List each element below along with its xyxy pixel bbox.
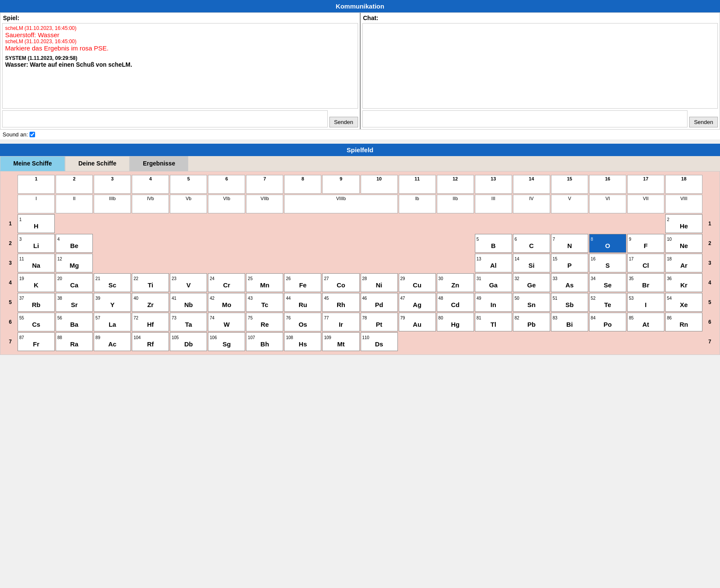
- element-Sb[interactable]: 51Sb: [551, 293, 588, 312]
- group-VIII: VIII: [665, 195, 702, 213]
- element-Cu[interactable]: 29Cu: [399, 273, 436, 292]
- element-Zn[interactable]: 30Zn: [437, 273, 474, 292]
- element-W[interactable]: 74W: [208, 313, 245, 331]
- element-I[interactable]: 53I: [627, 293, 664, 312]
- element-Os[interactable]: 76Os: [284, 313, 321, 331]
- element-Ra[interactable]: 88Ra: [56, 332, 93, 351]
- empty-r1-c7: [246, 214, 283, 233]
- element-Fe[interactable]: 26Fe: [284, 273, 321, 292]
- element-K[interactable]: 19K: [18, 273, 55, 292]
- element-Pd[interactable]: 46Pd: [361, 293, 398, 312]
- element-Hs[interactable]: 108Hs: [284, 332, 321, 351]
- element-Ru[interactable]: 44Ru: [284, 293, 321, 312]
- element-Pt[interactable]: 78Pt: [361, 313, 398, 331]
- element-Sg[interactable]: 106Sg: [208, 332, 245, 351]
- element-Ir[interactable]: 77Ir: [322, 313, 359, 331]
- col-num-8: 8: [284, 175, 321, 194]
- element-F[interactable]: 9F: [627, 234, 664, 253]
- element-Li[interactable]: 3Li: [18, 234, 55, 253]
- element-Xe[interactable]: 54Xe: [665, 293, 702, 312]
- element-Cd[interactable]: 48Cd: [437, 293, 474, 312]
- element-Al[interactable]: 13Al: [475, 254, 512, 272]
- element-Mt[interactable]: 109Mt: [322, 332, 359, 351]
- element-Si[interactable]: 14Si: [513, 254, 550, 272]
- element-Ta[interactable]: 73Ta: [170, 313, 207, 331]
- element-C[interactable]: 6C: [513, 234, 550, 253]
- element-Cl[interactable]: 17Cl: [627, 254, 664, 272]
- element-Zr[interactable]: 40Zr: [132, 293, 169, 312]
- element-Kr[interactable]: 36Kr: [665, 273, 702, 292]
- element-Ge[interactable]: 32Ge: [513, 273, 550, 292]
- element-O[interactable]: 8O: [589, 234, 626, 253]
- element-Bh[interactable]: 107Bh: [246, 332, 283, 351]
- element-Na[interactable]: 11Na: [18, 254, 55, 272]
- element-Cr[interactable]: 24Cr: [208, 273, 245, 292]
- element-Ti[interactable]: 22Ti: [132, 273, 169, 292]
- element-Y[interactable]: 39Y: [94, 293, 131, 312]
- element-V[interactable]: 23V: [170, 273, 207, 292]
- empty-r1-c4: [132, 214, 169, 233]
- element-Co[interactable]: 27Co: [322, 273, 359, 292]
- element-Hg[interactable]: 80Hg: [437, 313, 474, 331]
- element-Br[interactable]: 35Br: [627, 273, 664, 292]
- element-Mo[interactable]: 42Mo: [208, 293, 245, 312]
- element-Ni[interactable]: 28Ni: [361, 273, 398, 292]
- element-Ca[interactable]: 20Ca: [56, 273, 93, 292]
- chat-input[interactable]: [362, 110, 688, 127]
- tab-ergebnisse[interactable]: Ergebnisse: [130, 156, 188, 171]
- element-Be[interactable]: 4Be: [56, 234, 93, 253]
- chat-send-button[interactable]: Senden: [689, 117, 718, 127]
- element-Au[interactable]: 79Au: [399, 313, 436, 331]
- element-Nb[interactable]: 41Nb: [170, 293, 207, 312]
- element-Se[interactable]: 34Se: [589, 273, 626, 292]
- element-Ar[interactable]: 18Ar: [665, 254, 702, 272]
- element-Bi[interactable]: 83Bi: [551, 313, 588, 331]
- empty-r2-c4: [132, 234, 169, 253]
- element-As[interactable]: 33As: [551, 273, 588, 292]
- element-Cs[interactable]: 55Cs: [18, 313, 55, 331]
- element-B[interactable]: 5B: [475, 234, 512, 253]
- spielfeld-section: Spielfeld Meine SchiffeDeine SchiffeErge…: [0, 144, 720, 355]
- tab-meine-schiffe[interactable]: Meine Schiffe: [0, 156, 65, 171]
- element-P[interactable]: 15P: [551, 254, 588, 272]
- element-Tc[interactable]: 43Tc: [246, 293, 283, 312]
- element-Rb[interactable]: 37Rb: [18, 293, 55, 312]
- element-Mg[interactable]: 12Mg: [56, 254, 93, 272]
- element-Re[interactable]: 75Re: [246, 313, 283, 331]
- element-Rf[interactable]: 104Rf: [132, 332, 169, 351]
- element-Rn[interactable]: 86Rn: [665, 313, 702, 331]
- spiel-input[interactable]: [2, 110, 328, 127]
- element-Sc[interactable]: 21Sc: [94, 273, 131, 292]
- element-Mn[interactable]: 25Mn: [246, 273, 283, 292]
- col-num-15: 15: [551, 175, 588, 194]
- element-Te[interactable]: 52Te: [589, 293, 626, 312]
- element-H[interactable]: 1H: [18, 214, 55, 233]
- element-La[interactable]: 57La: [94, 313, 131, 331]
- element-Po[interactable]: 84Po: [589, 313, 626, 331]
- element-Rh[interactable]: 45Rh: [322, 293, 359, 312]
- empty-r1-c11: [399, 214, 436, 233]
- element-Ac[interactable]: 89Ac: [94, 332, 131, 351]
- element-Sr[interactable]: 38Sr: [56, 293, 93, 312]
- empty-r2-c12: [437, 234, 474, 253]
- element-Ne[interactable]: 10Ne: [665, 234, 702, 253]
- element-Hf[interactable]: 72Hf: [132, 313, 169, 331]
- element-Ds[interactable]: 110Ds: [361, 332, 398, 351]
- element-Ag[interactable]: 47Ag: [399, 293, 436, 312]
- element-N[interactable]: 7N: [551, 234, 588, 253]
- element-Db[interactable]: 105Db: [170, 332, 207, 351]
- element-Fr[interactable]: 87Fr: [18, 332, 55, 351]
- element-Pb[interactable]: 82Pb: [513, 313, 550, 331]
- tab-deine-schiffe[interactable]: Deine Schiffe: [65, 156, 130, 171]
- element-S[interactable]: 16S: [589, 254, 626, 272]
- element-Ba[interactable]: 56Ba: [56, 313, 93, 331]
- element-Sn[interactable]: 50Sn: [513, 293, 550, 312]
- element-In[interactable]: 49In: [475, 293, 512, 312]
- spiel-send-button[interactable]: Senden: [329, 117, 358, 127]
- element-He[interactable]: 2He: [665, 214, 702, 233]
- element-Tl[interactable]: 81Tl: [475, 313, 512, 331]
- empty-r3-c4: [132, 254, 169, 272]
- element-Ga[interactable]: 31Ga: [475, 273, 512, 292]
- element-At[interactable]: 85At: [627, 313, 664, 331]
- sound-checkbox[interactable]: [30, 132, 35, 137]
